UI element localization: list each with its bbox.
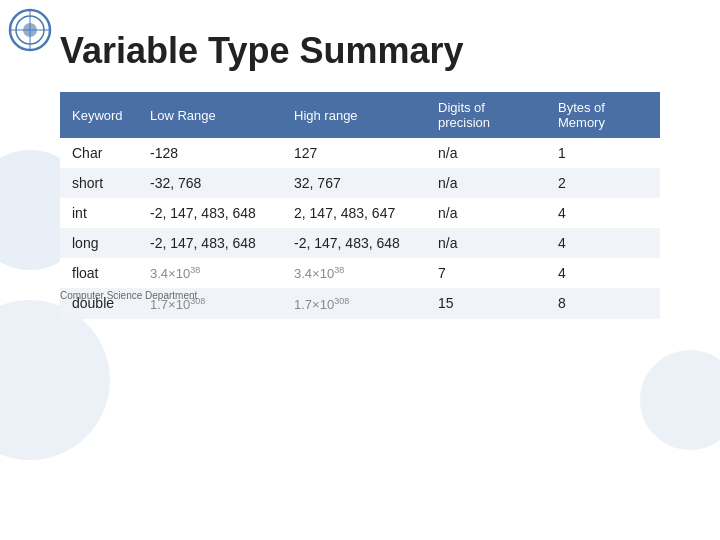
data-table-container: Keyword Low Range High range Digits of p… — [0, 92, 720, 319]
cell-bytes: 8 — [546, 288, 660, 318]
cell-digits: 7 — [426, 258, 546, 288]
cell-keyword: long — [60, 228, 138, 258]
cell-low-range: -2, 147, 483, 648 — [138, 228, 282, 258]
cell-high-range: 1.7×10308 — [282, 288, 426, 318]
table-header-row: Keyword Low Range High range Digits of p… — [60, 92, 660, 138]
cell-high-range: -2, 147, 483, 648 — [282, 228, 426, 258]
header-bytes: Bytes of Memory — [546, 92, 660, 138]
header-keyword: Keyword — [60, 92, 138, 138]
cell-high-range: 32, 767 — [282, 168, 426, 198]
cell-keyword: float — [60, 258, 138, 288]
cell-digits: n/a — [426, 198, 546, 228]
footer-text: Computer Science Department — [60, 290, 197, 301]
cell-high-range: 2, 147, 483, 647 — [282, 198, 426, 228]
table-row: long-2, 147, 483, 648-2, 147, 483, 648n/… — [60, 228, 660, 258]
cell-low-range: -32, 768 — [138, 168, 282, 198]
table-row: short-32, 76832, 767n/a2 — [60, 168, 660, 198]
header-low-range: Low Range — [138, 92, 282, 138]
cell-bytes: 4 — [546, 228, 660, 258]
cell-bytes: 4 — [546, 198, 660, 228]
cell-digits: n/a — [426, 138, 546, 168]
table-row: float3.4×10383.4×103874 — [60, 258, 660, 288]
cell-digits: 15 — [426, 288, 546, 318]
cell-low-range: -128 — [138, 138, 282, 168]
cell-bytes: 1 — [546, 138, 660, 168]
cell-high-range: 3.4×1038 — [282, 258, 426, 288]
cell-keyword: int — [60, 198, 138, 228]
header-digits: Digits of precision — [426, 92, 546, 138]
table-row: int-2, 147, 483, 6482, 147, 483, 647n/a4 — [60, 198, 660, 228]
variable-type-table: Keyword Low Range High range Digits of p… — [60, 92, 660, 319]
cell-low-range: -2, 147, 483, 648 — [138, 198, 282, 228]
cell-bytes: 2 — [546, 168, 660, 198]
cell-bytes: 4 — [546, 258, 660, 288]
cell-high-range: 127 — [282, 138, 426, 168]
cell-keyword: Char — [60, 138, 138, 168]
cell-digits: n/a — [426, 168, 546, 198]
cell-low-range: 3.4×1038 — [138, 258, 282, 288]
table-row: Char-128127n/a1 — [60, 138, 660, 168]
cell-digits: n/a — [426, 228, 546, 258]
page-title: Variable Type Summary — [0, 0, 720, 92]
header-high-range: High range — [282, 92, 426, 138]
logo — [8, 8, 53, 53]
cell-keyword: short — [60, 168, 138, 198]
